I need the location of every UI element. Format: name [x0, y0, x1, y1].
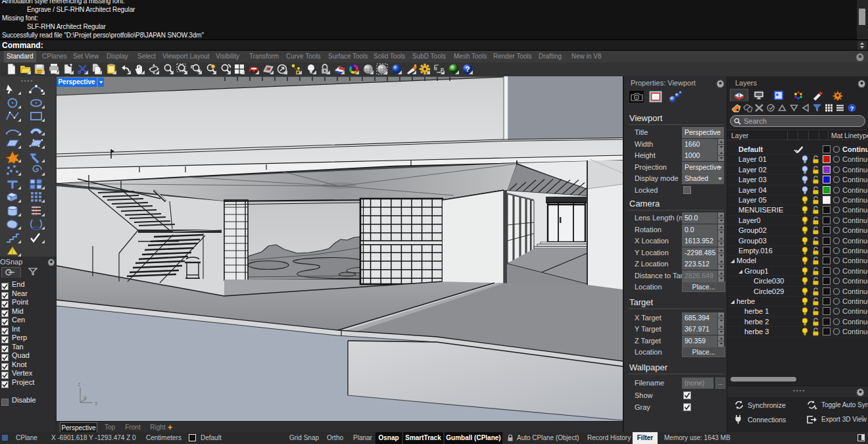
svg-text:x: x: [95, 400, 98, 407]
svg-text:?: ?: [466, 65, 470, 73]
svg-text:?: ?: [850, 105, 854, 112]
svg-text:z: z: [78, 381, 81, 387]
svg-text:y: y: [84, 394, 87, 401]
